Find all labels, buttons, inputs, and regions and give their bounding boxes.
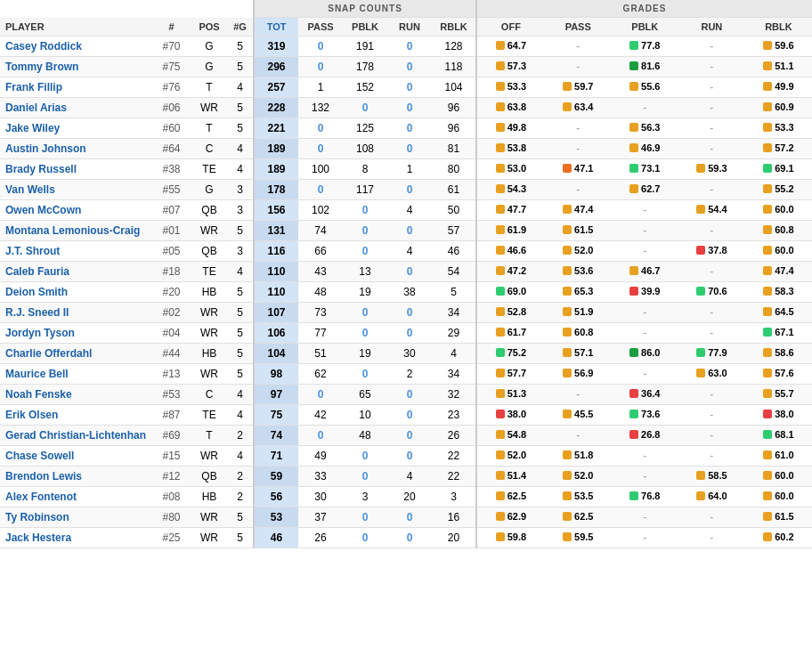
grade-rblk: 61.0 — [745, 446, 812, 466]
snap-run: 4 — [387, 200, 432, 221]
player-name: Deion Smith — [0, 282, 151, 303]
snap-pblk: 152 — [343, 77, 387, 98]
grade-pblk: 56.3 — [612, 118, 678, 139]
player-games: 2 — [227, 426, 254, 446]
grade-off: 49.8 — [476, 118, 545, 139]
table-row: Chase Sowell #15 WR 4 71 49 0 0 22 52.0 … — [0, 446, 812, 466]
snap-pblk: 19 — [343, 344, 387, 364]
grade-pblk: - — [612, 200, 678, 221]
player-name: Jake Wiley — [0, 118, 151, 139]
snap-pass: 30 — [298, 487, 343, 507]
snap-pass: 100 — [298, 159, 343, 180]
player-pos: C — [191, 385, 227, 405]
snap-run: 1 — [387, 159, 432, 180]
player-pos: WR — [191, 528, 227, 548]
snap-rblk: 5 — [432, 282, 476, 303]
player-name: R.J. Sneed II — [0, 303, 151, 323]
player-number: #76 — [151, 77, 191, 98]
player-pos: WR — [191, 303, 227, 323]
snap-pblk: 125 — [343, 118, 387, 139]
grade-pblk: - — [612, 221, 678, 241]
player-number: #04 — [151, 323, 191, 344]
grade-pblk: - — [612, 446, 678, 466]
player-games: 5 — [227, 323, 254, 344]
player-name: Brady Russell — [0, 159, 151, 180]
grade-rblk: 57.6 — [745, 364, 812, 385]
snap-pass: 0 — [298, 139, 343, 159]
grade-rblk: 58.3 — [745, 282, 812, 303]
player-games: 5 — [227, 36, 254, 57]
grade-rblk: 68.1 — [745, 426, 812, 446]
snap-pass: 77 — [298, 323, 343, 344]
grade-run: - — [678, 57, 745, 77]
grade-pass: 45.5 — [545, 405, 612, 426]
snap-rblk: 80 — [432, 159, 476, 180]
grade-rblk: 69.1 — [745, 159, 812, 180]
col-header-num: # — [151, 18, 191, 36]
player-games: 5 — [227, 507, 254, 528]
grade-rblk: 51.1 — [745, 57, 812, 77]
player-games: 4 — [227, 385, 254, 405]
grade-pass: 65.3 — [545, 282, 612, 303]
grade-off: 52.0 — [476, 446, 545, 466]
player-games: 4 — [227, 77, 254, 98]
snap-run: 0 — [387, 405, 432, 426]
grade-rblk: 55.2 — [745, 180, 812, 200]
table-row: Noah Fenske #53 C 4 97 0 65 0 32 51.3 - … — [0, 385, 812, 405]
player-games: 3 — [227, 241, 254, 262]
player-number: #53 — [151, 385, 191, 405]
grade-pblk: - — [612, 528, 678, 548]
grade-off: 57.3 — [476, 57, 545, 77]
player-name: Van Wells — [0, 180, 151, 200]
player-name: Erik Olsen — [0, 405, 151, 426]
col-header-run: RUN — [387, 18, 432, 36]
player-number: #25 — [151, 528, 191, 548]
grade-run: 54.4 — [678, 200, 745, 221]
col-header-pos: POS — [191, 18, 227, 36]
snap-pblk: 0 — [343, 200, 387, 221]
table-row: Brady Russell #38 TE 4 189 100 8 1 80 53… — [0, 159, 812, 180]
table-row: Frank Fillip #76 T 4 257 1 152 0 104 53.… — [0, 77, 812, 98]
player-games: 4 — [227, 139, 254, 159]
player-number: #60 — [151, 118, 191, 139]
grade-run: - — [678, 385, 745, 405]
snap-tot: 56 — [254, 487, 298, 507]
grade-rblk: 47.4 — [745, 262, 812, 282]
player-number: #01 — [151, 221, 191, 241]
snap-pass: 51 — [298, 344, 343, 364]
snap-pblk: 48 — [343, 426, 387, 446]
snap-run: 0 — [387, 385, 432, 405]
table-row: Van Wells #55 G 3 178 0 117 0 61 54.3 - … — [0, 180, 812, 200]
snap-pass: 43 — [298, 262, 343, 282]
snap-run: 0 — [387, 446, 432, 466]
grade-pblk: 46.7 — [612, 262, 678, 282]
player-number: #06 — [151, 98, 191, 118]
player-games: 5 — [227, 57, 254, 77]
snap-rblk: 50 — [432, 200, 476, 221]
player-games: 3 — [227, 200, 254, 221]
snap-pass: 42 — [298, 405, 343, 426]
grade-pass: 62.5 — [545, 507, 612, 528]
player-number: #69 — [151, 426, 191, 446]
snap-run: 20 — [387, 487, 432, 507]
snap-pass: 62 — [298, 364, 343, 385]
grade-rblk: 67.1 — [745, 323, 812, 344]
player-name: Gerad Christian-Lichtenhan — [0, 426, 151, 446]
table-row: R.J. Sneed II #02 WR 5 107 73 0 0 34 52.… — [0, 303, 812, 323]
col-header-pass: PASS — [298, 18, 343, 36]
snap-rblk: 22 — [432, 466, 476, 487]
snap-run: 0 — [387, 36, 432, 57]
grade-pblk: 36.4 — [612, 385, 678, 405]
grade-pass: 63.4 — [545, 98, 612, 118]
grade-pblk: - — [612, 241, 678, 262]
snap-run: 0 — [387, 262, 432, 282]
player-games: 4 — [227, 405, 254, 426]
grade-pblk: 73.6 — [612, 405, 678, 426]
snap-pblk: 191 — [343, 36, 387, 57]
snap-tot: 189 — [254, 139, 298, 159]
player-pos: WR — [191, 446, 227, 466]
player-number: #64 — [151, 139, 191, 159]
grade-rblk: 38.0 — [745, 405, 812, 426]
player-number: #38 — [151, 159, 191, 180]
snap-run: 0 — [387, 303, 432, 323]
